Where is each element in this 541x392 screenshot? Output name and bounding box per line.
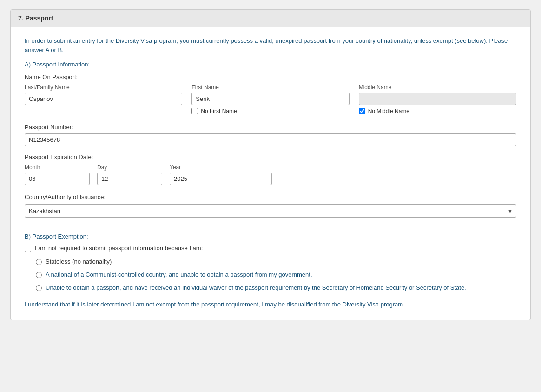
middle-name-col: Middle Name No Middle Name xyxy=(359,84,516,114)
radio-communist-label: A national of a Communist-controlled cou… xyxy=(46,271,312,279)
month-input[interactable] xyxy=(25,173,90,185)
first-name-input[interactable] xyxy=(191,93,349,105)
footer-note: I understand that if it is later determi… xyxy=(25,300,516,309)
country-label: Country/Authority of Issuance: xyxy=(25,193,516,200)
radio-option-waiver: Unable to obtain a passport, and have re… xyxy=(36,284,516,292)
exemption-checkbox-row: I am not required to submit passport inf… xyxy=(25,245,516,252)
last-name-label: Last/Family Name xyxy=(25,84,182,91)
year-input[interactable] xyxy=(170,173,272,185)
year-col: Year xyxy=(170,164,272,185)
radio-option-communist: A national of a Communist-controlled cou… xyxy=(36,271,516,279)
last-name-input[interactable] xyxy=(25,93,182,105)
country-select[interactable]: Kazakhstan xyxy=(25,204,516,218)
no-first-name-checkbox[interactable] xyxy=(191,108,198,114)
radio-option-stateless: Stateless (no nationality) xyxy=(36,258,516,266)
section-divider xyxy=(25,226,516,226)
month-col: Month xyxy=(25,164,90,185)
month-label: Month xyxy=(25,164,90,171)
name-row: Last/Family Name First Name No First Nam… xyxy=(25,84,516,114)
no-first-name-row: No First Name xyxy=(191,108,349,114)
no-middle-name-checkbox[interactable] xyxy=(359,108,365,114)
radio-communist[interactable] xyxy=(36,272,42,278)
first-name-label: First Name xyxy=(191,84,349,91)
expiration-section: Passport Expiration Date: Month Day Year xyxy=(25,153,516,185)
no-middle-name-label: No Middle Name xyxy=(368,108,409,114)
passport-number-section: Passport Number: xyxy=(25,124,516,146)
name-on-passport-label: Name On Passport: xyxy=(25,73,516,80)
section-header: 7. Passport xyxy=(11,10,530,27)
no-middle-name-row: No Middle Name xyxy=(359,108,516,114)
radio-stateless[interactable] xyxy=(36,259,42,265)
section-a-label: A) Passport Information: xyxy=(25,61,516,68)
section-title: 7. Passport xyxy=(18,14,53,22)
radio-waiver[interactable] xyxy=(36,285,42,291)
intro-text: In order to submit an entry for the Dive… xyxy=(25,36,516,54)
day-col: Day xyxy=(97,164,162,185)
passport-section: 7. Passport In order to submit an entry … xyxy=(10,9,531,320)
card-body: In order to submit an entry for the Dive… xyxy=(11,27,530,320)
first-name-col: First Name No First Name xyxy=(191,84,349,114)
radio-waiver-label: Unable to obtain a passport, and have re… xyxy=(46,284,466,292)
last-name-col: Last/Family Name xyxy=(25,84,182,114)
radio-options: Stateless (no nationality) A national of… xyxy=(36,258,516,292)
middle-name-input[interactable] xyxy=(359,93,516,105)
passport-number-input[interactable] xyxy=(25,133,516,146)
exemption-checkbox-label: I am not required to submit passport inf… xyxy=(35,245,203,252)
expiration-label: Passport Expiration Date: xyxy=(25,153,516,160)
country-section: Country/Authority of Issuance: Kazakhsta… xyxy=(25,193,516,218)
day-input[interactable] xyxy=(97,173,162,185)
passport-number-label: Passport Number: xyxy=(25,124,516,131)
country-select-wrapper: Kazakhstan ▼ xyxy=(25,204,516,218)
day-label: Day xyxy=(97,164,162,171)
no-first-name-label: No First Name xyxy=(201,108,237,114)
section-b-label: B) Passport Exemption: xyxy=(25,233,516,240)
year-label: Year xyxy=(170,164,272,171)
middle-name-label: Middle Name xyxy=(359,84,516,91)
expiration-row: Month Day Year xyxy=(25,164,516,185)
radio-stateless-label: Stateless (no nationality) xyxy=(46,258,112,266)
exemption-checkbox[interactable] xyxy=(25,246,31,252)
